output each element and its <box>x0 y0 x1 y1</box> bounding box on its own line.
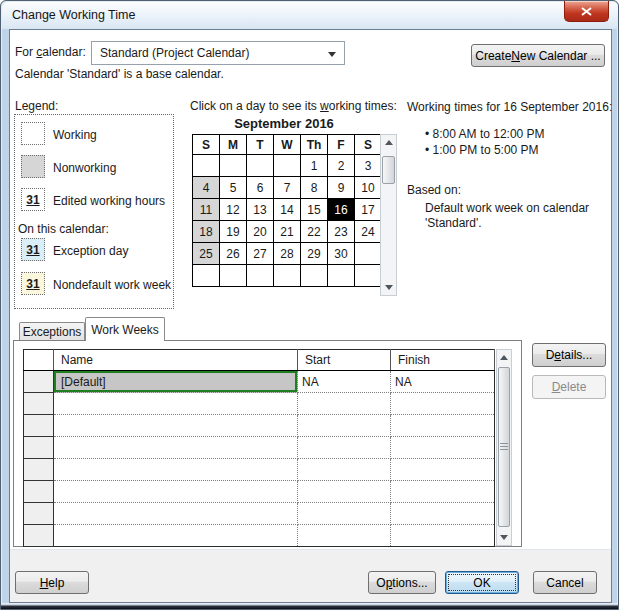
day-cell[interactable] <box>193 265 220 287</box>
tab-work-weeks[interactable]: Work Weeks <box>85 317 165 341</box>
day-cell[interactable]: 18 <box>193 221 220 243</box>
day-cell[interactable]: 9 <box>328 177 355 199</box>
arrow-up-icon <box>385 140 393 145</box>
start-cell[interactable]: NA <box>298 371 391 393</box>
scroll-up-button[interactable] <box>381 135 396 150</box>
day-cell[interactable] <box>247 155 274 177</box>
day-cell[interactable]: 28 <box>274 243 301 265</box>
day-cell[interactable]: 23 <box>328 221 355 243</box>
help-button[interactable]: Help <box>15 571 89 594</box>
working-time-item: • 1:00 PM to 5:00 PM <box>425 143 539 157</box>
row-header-cell[interactable] <box>24 525 54 547</box>
tab-exceptions[interactable]: Exceptions <box>19 322 85 341</box>
selected-day-cell[interactable]: 16 <box>328 199 355 221</box>
details-button[interactable]: Details... <box>532 343 606 367</box>
day-cell[interactable] <box>247 265 274 287</box>
scroll-up-button[interactable] <box>497 350 511 365</box>
window-title: Change Working Time <box>12 8 135 22</box>
empty-cell[interactable] <box>298 415 391 437</box>
day-cell[interactable]: 7 <box>274 177 301 199</box>
empty-cell[interactable] <box>54 481 298 503</box>
day-cell[interactable]: 15 <box>301 199 328 221</box>
day-cell[interactable]: 4 <box>193 177 220 199</box>
create-new-calendar-button[interactable]: Create New Calendar ... <box>471 44 605 67</box>
table-scrollbar[interactable] <box>496 349 512 546</box>
row-header-cell[interactable] <box>24 371 54 393</box>
empty-cell[interactable] <box>298 503 391 525</box>
empty-cell[interactable] <box>391 525 495 547</box>
scroll-down-button[interactable] <box>497 530 511 545</box>
empty-cell[interactable] <box>54 393 298 415</box>
day-cell[interactable]: 12 <box>220 199 247 221</box>
day-cell[interactable]: 5 <box>220 177 247 199</box>
empty-cell[interactable] <box>391 437 495 459</box>
calendar-dropdown[interactable]: Standard (Project Calendar) <box>91 41 345 65</box>
day-cell[interactable] <box>301 265 328 287</box>
row-header-cell[interactable] <box>24 503 54 525</box>
cancel-button[interactable]: Cancel <box>533 571 597 594</box>
day-cell[interactable] <box>274 155 301 177</box>
delete-button[interactable]: Delete <box>532 375 606 399</box>
empty-cell[interactable] <box>391 415 495 437</box>
day-cell[interactable]: 22 <box>301 221 328 243</box>
day-cell[interactable]: 11 <box>193 199 220 221</box>
day-cell[interactable] <box>328 265 355 287</box>
scroll-thumb[interactable] <box>382 156 395 184</box>
row-header-cell[interactable] <box>24 481 54 503</box>
day-cell[interactable]: 21 <box>274 221 301 243</box>
empty-cell[interactable] <box>391 481 495 503</box>
empty-cell[interactable] <box>54 415 298 437</box>
working-swatch <box>21 122 45 145</box>
day-cell[interactable]: 19 <box>220 221 247 243</box>
nondefault-swatch: 31 <box>21 272 45 295</box>
row-header-cell[interactable] <box>24 393 54 415</box>
empty-cell[interactable] <box>298 481 391 503</box>
empty-cell[interactable] <box>54 525 298 547</box>
day-cell[interactable] <box>220 265 247 287</box>
name-cell-selected[interactable]: [Default] <box>54 371 298 393</box>
empty-cell[interactable] <box>298 525 391 547</box>
day-cell[interactable] <box>274 265 301 287</box>
day-cell[interactable] <box>355 243 382 265</box>
bullet-icon: • <box>425 127 429 141</box>
day-cell[interactable]: 29 <box>301 243 328 265</box>
scroll-thumb[interactable] <box>498 367 510 527</box>
day-cell[interactable]: 24 <box>355 221 382 243</box>
day-cell[interactable]: 3 <box>355 155 382 177</box>
finish-cell[interactable]: NA <box>391 371 495 393</box>
empty-cell[interactable] <box>391 503 495 525</box>
empty-cell[interactable] <box>54 503 298 525</box>
row-header-cell[interactable] <box>24 437 54 459</box>
footer-bar <box>10 549 611 602</box>
ok-button[interactable]: OK <box>445 571 519 594</box>
close-button[interactable] <box>564 1 609 22</box>
calendar-scrollbar[interactable] <box>380 134 397 296</box>
empty-cell[interactable] <box>298 393 391 415</box>
day-cell[interactable]: 20 <box>247 221 274 243</box>
day-cell[interactable]: 30 <box>328 243 355 265</box>
empty-cell[interactable] <box>391 393 495 415</box>
day-cell[interactable]: 2 <box>328 155 355 177</box>
day-cell[interactable]: 26 <box>220 243 247 265</box>
empty-cell[interactable] <box>298 437 391 459</box>
day-cell[interactable] <box>355 265 382 287</box>
empty-cell[interactable] <box>298 459 391 481</box>
day-cell[interactable] <box>220 155 247 177</box>
day-cell[interactable]: 10 <box>355 177 382 199</box>
day-cell[interactable]: 8 <box>301 177 328 199</box>
day-cell[interactable]: 25 <box>193 243 220 265</box>
day-cell[interactable] <box>193 155 220 177</box>
scroll-down-button[interactable] <box>381 280 396 295</box>
day-cell[interactable]: 14 <box>274 199 301 221</box>
day-cell[interactable]: 13 <box>247 199 274 221</box>
row-header-cell[interactable] <box>24 415 54 437</box>
day-cell[interactable]: 6 <box>247 177 274 199</box>
empty-cell[interactable] <box>54 459 298 481</box>
day-cell[interactable]: 1 <box>301 155 328 177</box>
empty-cell[interactable] <box>391 459 495 481</box>
empty-cell[interactable] <box>54 437 298 459</box>
day-cell[interactable]: 17 <box>355 199 382 221</box>
row-header-cell[interactable] <box>24 459 54 481</box>
day-cell[interactable]: 27 <box>247 243 274 265</box>
options-button[interactable]: Options... <box>368 571 436 594</box>
